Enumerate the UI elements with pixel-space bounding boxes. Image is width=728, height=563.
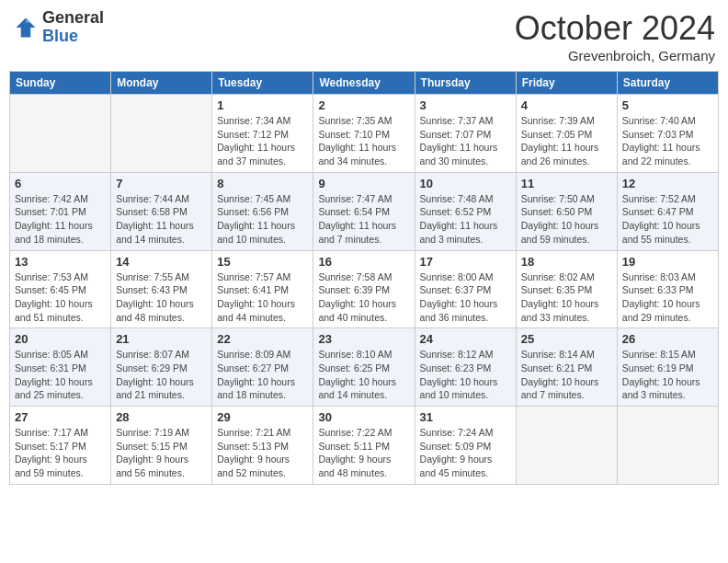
- day-info: Sunrise: 7:42 AMSunset: 7:01 PMDaylight:…: [15, 192, 106, 247]
- logo: General Blue: [13, 9, 104, 46]
- calendar-day-cell: 5Sunrise: 7:40 AMSunset: 7:03 PMDaylight…: [617, 95, 718, 173]
- day-info: Sunrise: 7:22 AMSunset: 5:11 PMDaylight:…: [318, 426, 409, 480]
- day-info: Sunrise: 7:44 AMSunset: 6:58 PMDaylight:…: [116, 192, 207, 247]
- day-number: 14: [116, 255, 207, 269]
- calendar-day-cell: 12Sunrise: 7:52 AMSunset: 6:47 PMDayligh…: [617, 172, 718, 250]
- day-number: 21: [116, 332, 207, 346]
- calendar-week-row: 6Sunrise: 7:42 AMSunset: 7:01 PMDaylight…: [10, 172, 719, 250]
- calendar-day-cell: 13Sunrise: 7:53 AMSunset: 6:45 PMDayligh…: [10, 250, 111, 328]
- day-info: Sunrise: 7:21 AMSunset: 5:13 PMDaylight:…: [217, 426, 308, 480]
- calendar-day-cell: [516, 407, 617, 485]
- day-number: 28: [116, 410, 207, 424]
- calendar-day-cell: 16Sunrise: 7:58 AMSunset: 6:39 PMDayligh…: [313, 250, 415, 328]
- calendar-day-cell: 17Sunrise: 8:00 AMSunset: 6:37 PMDayligh…: [415, 250, 516, 328]
- calendar-day-cell: 20Sunrise: 8:05 AMSunset: 6:31 PMDayligh…: [10, 328, 111, 407]
- day-info: Sunrise: 7:37 AMSunset: 7:07 PMDaylight:…: [420, 114, 511, 168]
- calendar-day-cell: 10Sunrise: 7:48 AMSunset: 6:52 PMDayligh…: [415, 172, 516, 250]
- day-info: Sunrise: 8:10 AMSunset: 6:25 PMDaylight:…: [318, 348, 409, 402]
- day-info: Sunrise: 7:50 AMSunset: 6:50 PMDaylight:…: [521, 192, 612, 247]
- svg-marker-1: [26, 17, 30, 22]
- day-number: 4: [521, 98, 612, 112]
- day-of-week-header: Friday: [516, 72, 617, 95]
- day-of-week-header: Thursday: [415, 72, 516, 95]
- calendar-day-cell: 30Sunrise: 7:22 AMSunset: 5:11 PMDayligh…: [313, 407, 415, 485]
- day-number: 9: [318, 177, 409, 190]
- title-section: October 2024 Grevenbroich, Germany: [515, 9, 715, 63]
- calendar-day-cell: 22Sunrise: 8:09 AMSunset: 6:27 PMDayligh…: [212, 328, 313, 407]
- calendar-day-cell: 4Sunrise: 7:39 AMSunset: 7:05 PMDaylight…: [516, 95, 617, 173]
- day-info: Sunrise: 8:02 AMSunset: 6:35 PMDaylight:…: [521, 270, 612, 325]
- day-number: 27: [15, 410, 106, 424]
- day-info: Sunrise: 8:07 AMSunset: 6:29 PMDaylight:…: [116, 348, 207, 402]
- day-info: Sunrise: 7:45 AMSunset: 6:56 PMDaylight:…: [217, 192, 308, 247]
- day-info: Sunrise: 8:14 AMSunset: 6:21 PMDaylight:…: [521, 348, 612, 402]
- logo-icon: [13, 15, 39, 40]
- day-of-week-header: Saturday: [617, 72, 718, 95]
- day-number: 13: [15, 255, 106, 269]
- day-of-week-header: Monday: [111, 72, 212, 95]
- calendar-day-cell: 2Sunrise: 7:35 AMSunset: 7:10 PMDaylight…: [313, 95, 415, 173]
- calendar-week-row: 20Sunrise: 8:05 AMSunset: 6:31 PMDayligh…: [10, 328, 719, 407]
- day-number: 12: [622, 177, 713, 190]
- calendar-day-cell: [111, 95, 212, 173]
- day-of-week-header: Sunday: [10, 72, 111, 95]
- day-info: Sunrise: 8:00 AMSunset: 6:37 PMDaylight:…: [420, 270, 511, 325]
- calendar-header-row: SundayMondayTuesdayWednesdayThursdayFrid…: [10, 72, 719, 95]
- day-info: Sunrise: 7:24 AMSunset: 5:09 PMDaylight:…: [420, 426, 511, 480]
- calendar-day-cell: 14Sunrise: 7:55 AMSunset: 6:43 PMDayligh…: [111, 250, 212, 328]
- day-info: Sunrise: 8:05 AMSunset: 6:31 PMDaylight:…: [15, 348, 106, 402]
- page-header: General Blue October 2024 Grevenbroich, …: [9, 9, 719, 63]
- calendar-day-cell: [617, 407, 718, 485]
- calendar-day-cell: 9Sunrise: 7:47 AMSunset: 6:54 PMDaylight…: [313, 172, 415, 250]
- day-number: 3: [420, 98, 511, 112]
- day-info: Sunrise: 7:39 AMSunset: 7:05 PMDaylight:…: [521, 114, 612, 168]
- day-info: Sunrise: 7:48 AMSunset: 6:52 PMDaylight:…: [420, 192, 511, 247]
- calendar-week-row: 13Sunrise: 7:53 AMSunset: 6:45 PMDayligh…: [10, 250, 719, 328]
- day-number: 15: [217, 255, 308, 269]
- day-number: 10: [420, 177, 511, 190]
- day-number: 30: [318, 410, 409, 424]
- location-subtitle: Grevenbroich, Germany: [515, 48, 715, 63]
- calendar-day-cell: 7Sunrise: 7:44 AMSunset: 6:58 PMDaylight…: [111, 172, 212, 250]
- logo-blue-text: Blue: [42, 28, 104, 46]
- month-title: October 2024: [515, 9, 715, 48]
- day-info: Sunrise: 8:09 AMSunset: 6:27 PMDaylight:…: [217, 348, 308, 402]
- day-number: 23: [318, 332, 409, 346]
- day-number: 18: [521, 255, 612, 269]
- day-number: 20: [15, 332, 106, 346]
- calendar-day-cell: 19Sunrise: 8:03 AMSunset: 6:33 PMDayligh…: [617, 250, 718, 328]
- day-number: 26: [622, 332, 713, 346]
- calendar-week-row: 27Sunrise: 7:17 AMSunset: 5:17 PMDayligh…: [10, 407, 719, 485]
- calendar-day-cell: 18Sunrise: 8:02 AMSunset: 6:35 PMDayligh…: [516, 250, 617, 328]
- day-info: Sunrise: 7:19 AMSunset: 5:15 PMDaylight:…: [116, 426, 207, 480]
- day-number: 7: [116, 177, 207, 190]
- day-of-week-header: Wednesday: [313, 72, 415, 95]
- day-info: Sunrise: 8:03 AMSunset: 6:33 PMDaylight:…: [622, 270, 713, 325]
- calendar-day-cell: [10, 95, 111, 173]
- calendar-day-cell: 1Sunrise: 7:34 AMSunset: 7:12 PMDaylight…: [212, 95, 313, 173]
- calendar-day-cell: 11Sunrise: 7:50 AMSunset: 6:50 PMDayligh…: [516, 172, 617, 250]
- calendar-day-cell: 27Sunrise: 7:17 AMSunset: 5:17 PMDayligh…: [10, 407, 111, 485]
- calendar-day-cell: 25Sunrise: 8:14 AMSunset: 6:21 PMDayligh…: [516, 328, 617, 407]
- day-info: Sunrise: 7:47 AMSunset: 6:54 PMDaylight:…: [318, 192, 409, 247]
- day-number: 1: [217, 98, 308, 112]
- day-number: 5: [622, 98, 713, 112]
- day-number: 24: [420, 332, 511, 346]
- day-number: 19: [622, 255, 713, 269]
- day-info: Sunrise: 7:58 AMSunset: 6:39 PMDaylight:…: [318, 270, 409, 325]
- day-info: Sunrise: 7:35 AMSunset: 7:10 PMDaylight:…: [318, 114, 409, 168]
- calendar-week-row: 1Sunrise: 7:34 AMSunset: 7:12 PMDaylight…: [10, 95, 719, 173]
- day-number: 8: [217, 177, 308, 190]
- calendar-table: SundayMondayTuesdayWednesdayThursdayFrid…: [9, 71, 719, 485]
- calendar-day-cell: 26Sunrise: 8:15 AMSunset: 6:19 PMDayligh…: [617, 328, 718, 407]
- calendar-day-cell: 29Sunrise: 7:21 AMSunset: 5:13 PMDayligh…: [212, 407, 313, 485]
- day-number: 29: [217, 410, 308, 424]
- day-of-week-header: Tuesday: [212, 72, 313, 95]
- logo-general-text: General: [42, 9, 104, 28]
- day-number: 11: [521, 177, 612, 190]
- day-info: Sunrise: 7:55 AMSunset: 6:43 PMDaylight:…: [116, 270, 207, 325]
- day-info: Sunrise: 7:40 AMSunset: 7:03 PMDaylight:…: [622, 114, 713, 168]
- calendar-day-cell: 23Sunrise: 8:10 AMSunset: 6:25 PMDayligh…: [313, 328, 415, 407]
- calendar-day-cell: 3Sunrise: 7:37 AMSunset: 7:07 PMDaylight…: [415, 95, 516, 173]
- day-number: 16: [318, 255, 409, 269]
